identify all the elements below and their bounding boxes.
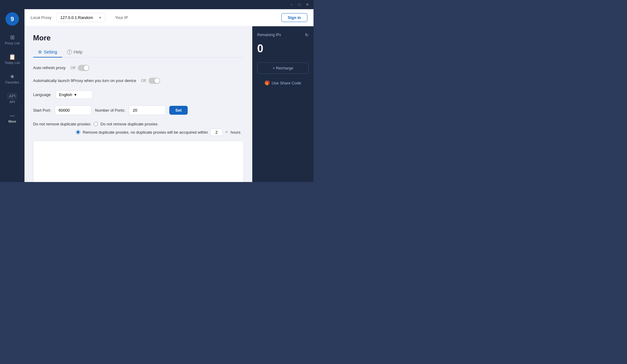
tab-help-label: Help bbox=[74, 50, 83, 54]
hours-label: hours bbox=[231, 130, 241, 135]
app-logo: 9 bbox=[6, 12, 19, 26]
number-of-ports-input[interactable] bbox=[129, 106, 166, 115]
header-bar: Local Proxy 127.0.0.1:Random ▾ Your IP S… bbox=[24, 9, 314, 26]
local-proxy-label: Local Proxy bbox=[31, 15, 51, 20]
set-button[interactable]: Set bbox=[169, 106, 188, 115]
auto-refresh-label: Auto refresh proxy bbox=[33, 65, 66, 70]
auto-launch-row: Automatically launch 9Proxy when you tur… bbox=[33, 78, 244, 84]
sidebar-item-label-today-list: Today List bbox=[5, 61, 20, 65]
language-label: Language bbox=[33, 92, 51, 97]
main-content: Local Proxy 127.0.0.1:Random ▾ Your IP S… bbox=[24, 9, 314, 182]
auto-launch-toggle[interactable] bbox=[148, 78, 160, 84]
right-panel: Remaining IPs ↻ 0 + Recharge 🎁 Use Share… bbox=[252, 26, 314, 182]
duplicate-label-row: Do not remove duplicate proxies: Do not … bbox=[33, 122, 244, 126]
proxy-list-icon: ⊞ bbox=[10, 35, 15, 40]
auto-launch-toggle-state: Off bbox=[141, 79, 146, 83]
gear-icon: ⚙ bbox=[38, 50, 42, 54]
sidebar-item-label-favorites: Favorites bbox=[5, 80, 19, 84]
radio-do-not-remove[interactable] bbox=[94, 122, 98, 126]
app-container: 9 ⊞ Proxy List 📋 Today List ★ Favorites … bbox=[0, 9, 314, 182]
radio-remove-duplicate[interactable] bbox=[76, 130, 80, 134]
favorites-icon: ★ bbox=[10, 74, 15, 79]
remaining-count: 0 bbox=[257, 42, 309, 55]
page-body: More ⚙ Setting ? Help Auto refresh proxy bbox=[24, 26, 314, 182]
proxy-select[interactable]: 127.0.0.1:Random ▾ bbox=[56, 13, 105, 22]
auto-refresh-toggle-state: Off bbox=[70, 66, 75, 70]
hours-input[interactable] bbox=[210, 129, 223, 136]
remaining-label: Remaining IPs bbox=[257, 33, 281, 37]
port-row: Start Port: Number of Ports: Set bbox=[33, 106, 244, 115]
auto-refresh-row: Auto refresh proxy Off bbox=[33, 65, 244, 71]
language-select[interactable]: English ▾ bbox=[56, 91, 92, 99]
tab-setting[interactable]: ⚙ Setting bbox=[33, 47, 62, 58]
sidebar-item-more[interactable]: ··· More bbox=[2, 109, 23, 127]
title-bar: − □ ✕ bbox=[0, 0, 314, 9]
duplicate-label: Do not remove duplicate proxies: bbox=[33, 122, 91, 126]
content-area: More ⚙ Setting ? Help Auto refresh proxy bbox=[24, 26, 252, 182]
recharge-button[interactable]: + Recharge bbox=[257, 62, 309, 74]
auto-refresh-toggle[interactable] bbox=[78, 65, 89, 71]
page-title: More bbox=[33, 34, 244, 42]
more-icon: ··· bbox=[10, 113, 14, 118]
auto-launch-toggle-container: Off bbox=[141, 78, 160, 84]
sidebar-item-api[interactable]: API API bbox=[2, 89, 23, 108]
your-ip-label: Your IP bbox=[115, 15, 128, 20]
chevron-down-icon-lang: ▾ bbox=[74, 92, 77, 97]
minimize-button[interactable]: − bbox=[289, 2, 294, 7]
proxy-value: 127.0.0.1:Random bbox=[60, 15, 93, 20]
maximize-button[interactable]: □ bbox=[297, 2, 302, 7]
remove-duplicate-row: Remove duplicate proxies, no duplicate p… bbox=[76, 129, 244, 136]
gift-icon: 🎁 bbox=[265, 80, 270, 85]
text-area-box[interactable] bbox=[33, 141, 244, 182]
remaining-header: Remaining IPs ↻ bbox=[257, 32, 309, 37]
number-of-ports-label: Number of Ports: bbox=[95, 108, 125, 113]
start-port-input[interactable] bbox=[55, 106, 92, 115]
auto-refresh-toggle-container: Off bbox=[70, 65, 89, 71]
sign-in-button[interactable]: Sign in bbox=[281, 13, 307, 22]
language-value: English bbox=[59, 92, 72, 97]
tabs: ⚙ Setting ? Help bbox=[33, 47, 244, 58]
sidebar-item-label-api: API bbox=[9, 100, 15, 104]
x-icon: ✕ bbox=[225, 130, 228, 134]
option2-label: Remove duplicate proxies, no duplicate p… bbox=[83, 130, 208, 135]
tab-help[interactable]: ? Help bbox=[62, 47, 88, 58]
auto-launch-label: Automatically launch 9Proxy when you tur… bbox=[33, 78, 136, 83]
sidebar-item-favorites[interactable]: ★ Favorites bbox=[2, 70, 23, 88]
sidebar-item-today-list[interactable]: 📋 Today List bbox=[2, 50, 23, 69]
sidebar: 9 ⊞ Proxy List 📋 Today List ★ Favorites … bbox=[0, 9, 24, 182]
refresh-icon[interactable]: ↻ bbox=[305, 32, 309, 37]
toggle-knob-2 bbox=[155, 78, 160, 83]
sidebar-item-proxy-list[interactable]: ⊞ Proxy List bbox=[2, 31, 23, 49]
option1-label: Do not remove duplicate proxies bbox=[100, 122, 157, 126]
today-list-icon: 📋 bbox=[9, 54, 16, 60]
share-code-label: Use Share Code bbox=[272, 81, 301, 85]
toggle-knob bbox=[84, 65, 89, 70]
sidebar-item-label-proxy-list: Proxy List bbox=[5, 41, 20, 45]
help-icon: ? bbox=[67, 50, 72, 54]
chevron-down-icon: ▾ bbox=[99, 15, 101, 20]
start-port-label: Start Port: bbox=[33, 108, 51, 113]
duplicate-proxies-group: Do not remove duplicate proxies: Do not … bbox=[33, 122, 244, 136]
tab-setting-label: Setting bbox=[44, 50, 57, 54]
language-row: Language English ▾ bbox=[33, 91, 244, 99]
close-button[interactable]: ✕ bbox=[305, 2, 310, 7]
api-icon: API bbox=[8, 93, 17, 99]
sidebar-item-label-more: More bbox=[8, 120, 16, 123]
use-share-code-button[interactable]: 🎁 Use Share Code bbox=[257, 77, 309, 88]
